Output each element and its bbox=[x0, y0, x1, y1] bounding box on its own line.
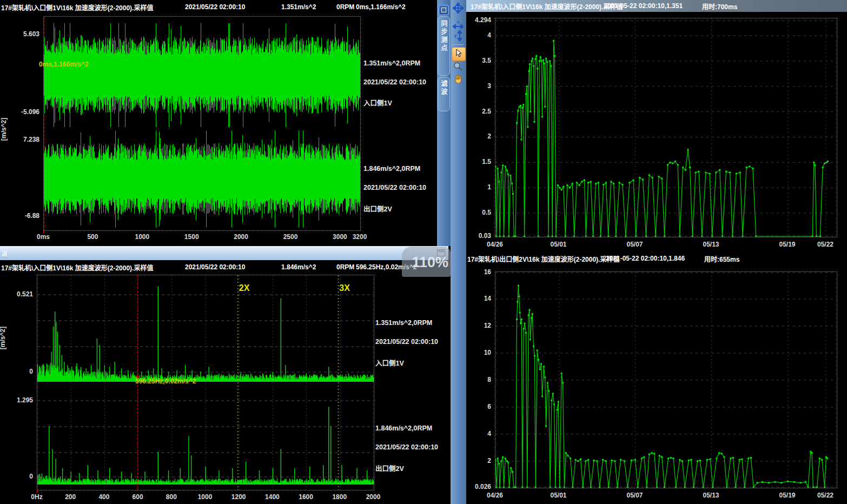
tab-sync-points-label: 同步测点 bbox=[439, 20, 448, 52]
trend1-y-tick-label: 2 bbox=[487, 132, 491, 140]
spectrum-title-amplitude: 1.846m/s^2 bbox=[281, 263, 316, 271]
spectrum-title-datetime: 2021/05/22 02:00:10 bbox=[185, 263, 245, 271]
waveform-x-tick-label: 0ms bbox=[37, 233, 50, 241]
trend2-y-tick-label: 10 bbox=[484, 349, 491, 356]
trend1-y-tick-label: 4.294 bbox=[475, 16, 491, 24]
zoom-level-value: 110% bbox=[412, 254, 448, 271]
trend1-x-tick-label: 04/26 bbox=[487, 241, 503, 248]
trend2-x-tick-label: 05/13 bbox=[703, 492, 719, 499]
waveform-trace1-channel: 入口侧1V bbox=[363, 97, 392, 108]
chart-canvas bbox=[37, 275, 374, 490]
trend1-y-tick-label: 3 bbox=[487, 82, 491, 90]
select-cursor-icon bbox=[454, 49, 463, 59]
trend2-y-tick-label: 6 bbox=[487, 403, 491, 410]
trend1-x-tick-label: 05/13 bbox=[703, 241, 719, 248]
tab-filter-label: 滤波 bbox=[439, 80, 448, 96]
spectrum-x-tick-label: 0Hz bbox=[31, 493, 42, 501]
spectrum-trace1-amplitude: 1.351m/s^2,0RPM bbox=[375, 319, 432, 327]
waveform-x-tick-label: 3200 bbox=[353, 233, 367, 241]
harmonic-marker-label: 2X bbox=[239, 283, 250, 293]
trend2-y-tick-label: 8 bbox=[487, 376, 491, 383]
trend1-y-tick-label: 1 bbox=[487, 183, 491, 191]
spectrum-y-tick-label: 1.295 bbox=[17, 396, 33, 404]
trend1-title-path: 17#架轧机\入口侧1V\16k 加速度波形(2-2000).采样值 bbox=[471, 2, 623, 11]
chart-canvas bbox=[495, 272, 837, 488]
trend1-title-elapsed: 用时:700ms bbox=[702, 2, 737, 11]
trend2-x-tick-label: 05/01 bbox=[550, 492, 566, 499]
tab-filter[interactable]: 滤波 bbox=[438, 77, 450, 111]
trend1-y-tick-label: 2.5 bbox=[482, 108, 491, 115]
waveform-y-tick-label: -6.88 bbox=[25, 212, 39, 220]
waveform-y-tick-label: 7.238 bbox=[23, 136, 39, 143]
waveform-cursor-label: 0ms,1.166m/s^2 bbox=[39, 61, 89, 68]
waveform-trace1-datetime: 2021/05/22 02:00:10 bbox=[363, 78, 426, 86]
waveform-x-tick-label: 2000 bbox=[234, 233, 248, 241]
waveform-x-tick-label: 500 bbox=[87, 233, 98, 241]
harmonic-marker-label: 3X bbox=[339, 283, 350, 293]
side-tab-strip: 同步测点 滤波 bbox=[437, 0, 451, 246]
waveform-titlebar[interactable]: 17#架轧机\入口侧1V\16k 加速度波形(2-2000).采样值 2021/… bbox=[0, 0, 437, 14]
tab-sync-points[interactable]: 同步测点 bbox=[438, 16, 450, 76]
spectrum-plot[interactable] bbox=[37, 275, 374, 490]
pan-all-icon bbox=[453, 3, 464, 16]
select-cursor-button[interactable] bbox=[452, 47, 466, 61]
magnifier-icon bbox=[453, 62, 463, 74]
trend1-x-tick-label: 05/07 bbox=[626, 241, 643, 248]
dock-window-icon[interactable] bbox=[439, 5, 449, 15]
spectrum-window-titlebar[interactable]: 谱 bbox=[0, 246, 448, 260]
trend2-title-elapsed: 用时:655ms bbox=[704, 254, 739, 263]
spectrum-y-tick-label: 0.521 bbox=[17, 290, 33, 298]
spectrum-title-path: 17#架轧机\入口侧1V\16k 加速度波形(2-2000).采样值 bbox=[1, 262, 153, 271]
trend2-title-path: 17#架轧机\出口侧2V\16k 加速度波形(2-2000).采样值 bbox=[467, 254, 619, 263]
waveform-y-axis-label: [m/s^2] bbox=[0, 118, 8, 141]
trend1-titlebar[interactable]: 17#架轧机\入口侧1V\16k 加速度波形(2-2000).采样值 2021-… bbox=[466, 0, 847, 12]
trend2-y-tick-label: 2 bbox=[487, 457, 491, 465]
spectrum-x-tick-label: 800 bbox=[166, 493, 177, 501]
spectrum-x-tick-label: 1800 bbox=[332, 493, 347, 501]
pan-all-button[interactable] bbox=[452, 3, 465, 16]
waveform-title-datetime: 2021/05/22 02:00:10 bbox=[185, 3, 245, 11]
spectrum-x-tick-label: 1400 bbox=[265, 493, 280, 501]
trend2-title-value: 2021-05-22 02:00:10,1.846 bbox=[606, 255, 685, 262]
trend2-x-tick-label: 04/26 bbox=[487, 492, 503, 499]
waveform-x-tick-label: 3000 bbox=[333, 233, 347, 241]
spectrum-x-tick-label: 400 bbox=[98, 493, 109, 501]
pan-hand-button[interactable] bbox=[452, 74, 465, 87]
spectrum-trace2-datetime: 2021/05/22 02:00:10 bbox=[375, 443, 438, 451]
axis-y-button[interactable]: y bbox=[452, 30, 465, 43]
waveform-title-rpm: 0RPM bbox=[336, 3, 354, 11]
chart-canvas bbox=[44, 17, 360, 230]
zoom-magnifier-button[interactable] bbox=[452, 61, 465, 74]
spectrum-title-rpm: 0RPM bbox=[336, 263, 354, 271]
vibration-analysis-app: 17#架轧机\入口侧1V\16k 加速度波形(2-2000).采样值 2021/… bbox=[0, 0, 847, 504]
trend2-y-tick-label: 4 bbox=[487, 430, 491, 437]
spectrum-trace2-channel: 出口侧2V bbox=[375, 463, 404, 473]
trend2-y-tick-label: 0.026 bbox=[475, 483, 491, 490]
spectrum-x-tick-label: 1000 bbox=[198, 493, 213, 501]
waveform-x-tick-label: 1000 bbox=[135, 233, 149, 241]
waveform-x-tick-label: 2500 bbox=[283, 233, 298, 241]
trend1-plot[interactable] bbox=[495, 18, 837, 237]
trend1-y-tick-label: 4 bbox=[487, 31, 491, 39]
spectrum-titlebar[interactable]: 17#架轧机\入口侧1V\16k 加速度波形(2-2000).采样值 2021/… bbox=[0, 260, 448, 274]
vertical-toolbar: x y bbox=[451, 0, 466, 504]
toolbar-divider bbox=[452, 44, 464, 45]
trend1-title-value: 2021-05-22 02:00:10,1.351 bbox=[604, 2, 683, 10]
trend2-x-tick-label: 05/07 bbox=[626, 492, 643, 499]
trend2-x-tick-label: 05/22 bbox=[817, 492, 833, 499]
waveform-y-tick-label: 5.603 bbox=[23, 30, 39, 38]
waveform-title-cursor: 0ms,1.166m/s^2 bbox=[356, 3, 406, 11]
spectrum-y-axis-label: [m/s^2] bbox=[0, 327, 6, 349]
waveform-plot[interactable] bbox=[43, 16, 361, 231]
waveform-trace2-datetime: 2021/05/22 02:00:10 bbox=[363, 184, 426, 191]
spectrum-x-tick-label: 2000 bbox=[366, 493, 381, 501]
svg-text:y: y bbox=[454, 33, 457, 38]
trend2-titlebar[interactable]: 17#架轧机\出口侧2V\16k 加速度波形(2-2000).采样值 2021-… bbox=[466, 251, 847, 265]
trend2-y-tick-label: 16 bbox=[484, 268, 491, 276]
spectrum-y-tick-label: 0 bbox=[29, 368, 33, 375]
spectrum-y-tick-label: 0 bbox=[29, 473, 33, 480]
waveform-trace2-amplitude: 1.846m/s^2,0RPM bbox=[363, 165, 420, 173]
spectrum-origin-axis-tick bbox=[37, 489, 38, 493]
waveform-title-path: 17#架轧机\入口侧1V\16k 加速度波形(2-2000).采样值 bbox=[1, 3, 153, 12]
trend2-plot[interactable] bbox=[495, 271, 837, 488]
